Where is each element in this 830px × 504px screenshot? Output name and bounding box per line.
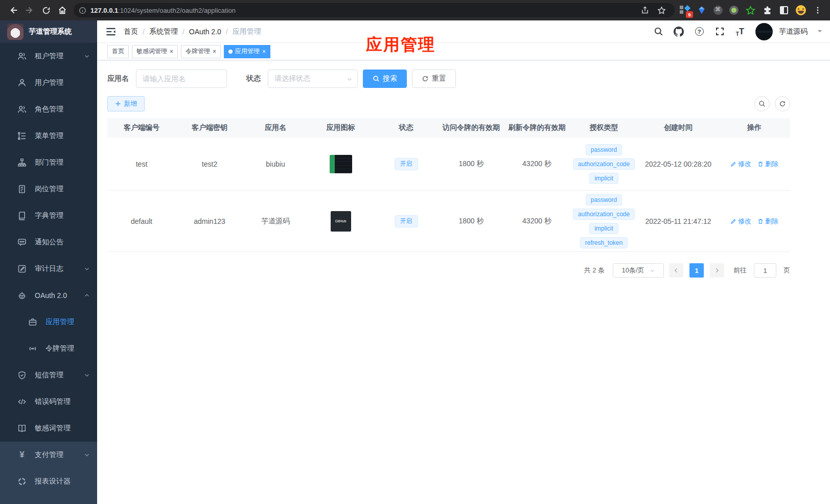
sidebar-item-dict[interactable]: 字典管理 — [0, 202, 97, 229]
sidebar-item-menu[interactable]: 菜单管理 — [0, 123, 97, 149]
sidebar-item-tenant[interactable]: 租户管理 — [0, 43, 97, 70]
sidebar-item-oauth2-token[interactable]: 令牌管理 — [0, 335, 97, 362]
extension-record-icon[interactable] — [729, 6, 739, 15]
username[interactable]: 芋道源码 — [779, 27, 808, 36]
user-avatar[interactable] — [755, 23, 773, 40]
close-icon[interactable]: × — [170, 49, 173, 55]
pagination: 共 2 条 10条/页 1 前往 页 — [107, 263, 790, 278]
refresh-icon — [779, 100, 786, 107]
sidebar-item-label: 字典管理 — [35, 211, 90, 220]
sidebar-section-bottom: ¥ 支付管理 报表设计器 — [0, 442, 97, 504]
book-icon — [17, 211, 27, 220]
search-button[interactable]: 搜索 — [363, 70, 407, 88]
app-icon-image — [330, 155, 352, 173]
close-icon[interactable]: × — [262, 49, 266, 55]
search-icon[interactable] — [653, 27, 663, 37]
browser-chrome: 127.0.0.1:1024/system/oauth2/oauth2/appl… — [0, 0, 830, 20]
help-icon[interactable] — [694, 27, 704, 37]
column-header: 创建时间 — [638, 123, 719, 132]
breadcrumb-home[interactable]: 首页 — [124, 27, 138, 36]
tab-sensitive-word[interactable]: 敏感词管理× — [132, 45, 178, 58]
status-badge[interactable]: 开启 — [395, 158, 418, 170]
browser-reload-button[interactable] — [38, 2, 54, 18]
extension-command-icon[interactable] — [713, 6, 723, 15]
sidebar-item-errorcode[interactable]: 错误码管理 — [0, 388, 97, 415]
app-name-input[interactable] — [136, 70, 227, 88]
status-select[interactable]: 请选择状态 — [268, 70, 358, 88]
chevron-down-icon — [650, 268, 655, 273]
browser-home-button[interactable] — [54, 2, 71, 18]
chevron-up-icon — [84, 292, 90, 299]
extensions-puzzle-icon[interactable] — [762, 5, 772, 15]
sidebar-item-oauth2-application[interactable]: 应用管理 — [0, 309, 97, 335]
edit-link[interactable]: 修改 — [730, 217, 751, 226]
sidebar-item-label: 角色管理 — [35, 105, 90, 114]
split-view-icon[interactable] — [779, 5, 789, 15]
edit-document-icon — [17, 264, 27, 273]
extension-blocks-icon[interactable]: 9 — [680, 5, 690, 15]
address-bar[interactable]: 127.0.0.1:1024/system/oauth2/oauth2/appl… — [74, 3, 675, 17]
org-chart-icon — [17, 158, 27, 167]
goto-page-input[interactable] — [754, 263, 776, 278]
share-icon[interactable] — [637, 2, 653, 18]
sidebar-item-oauth2[interactable]: OAuth 2.0 — [0, 282, 97, 309]
trash-icon — [757, 161, 764, 167]
status-badge[interactable]: 开启 — [395, 215, 418, 227]
browser-back-button[interactable] — [5, 2, 21, 18]
reset-button[interactable]: 重置 — [412, 70, 456, 88]
close-icon[interactable]: × — [213, 49, 216, 55]
sidebar-item-audit-log[interactable]: 审计日志 — [0, 256, 97, 282]
next-page-button[interactable] — [710, 263, 724, 278]
prev-page-button[interactable] — [669, 263, 683, 278]
site-info-icon[interactable] — [79, 7, 86, 14]
chevron-down-icon — [84, 372, 90, 378]
cell-grant-types: password authorization_code implicit — [570, 143, 638, 186]
browser-forward-button[interactable] — [21, 2, 38, 18]
font-size-icon[interactable] — [735, 27, 745, 37]
app-logo-bar[interactable]: 芋道管理系统 — [0, 20, 97, 43]
current-page-button[interactable]: 1 — [689, 263, 704, 278]
sidebar-item-role[interactable]: 角色管理 — [0, 96, 97, 123]
chevron-down-icon — [84, 452, 90, 458]
add-button[interactable]: 新增 — [107, 96, 145, 111]
sidebar-item-sms[interactable]: 短信管理 — [0, 362, 97, 388]
tab-token[interactable]: 令牌管理× — [181, 45, 221, 58]
sidebar-item-post[interactable]: 岗位管理 — [0, 176, 97, 202]
tab-application[interactable]: 应用管理× — [224, 45, 270, 58]
breadcrumb-oauth2[interactable]: OAuth 2.0 — [189, 28, 221, 36]
shield-check-icon — [17, 371, 27, 380]
toggle-search-button[interactable] — [754, 96, 770, 111]
github-icon[interactable] — [674, 27, 684, 37]
breadcrumb-system[interactable]: 系统管理 — [149, 27, 178, 36]
extension-gem-icon[interactable] — [697, 5, 707, 15]
grant-tag: authorization_code — [573, 158, 635, 170]
delete-link[interactable]: 删除 — [757, 217, 778, 226]
sidebar-item-notice[interactable]: 通知公告 — [0, 229, 97, 256]
tab-home[interactable]: 首页 — [107, 45, 129, 58]
browser-menu-icon[interactable] — [813, 5, 823, 15]
page-size-select[interactable]: 10条/页 — [613, 263, 664, 278]
sidebar-item-dept[interactable]: 部门管理 — [0, 149, 97, 176]
open-book-icon — [17, 424, 27, 433]
column-header: 应用图标 — [308, 123, 374, 132]
sidebar-item-sensitive-word[interactable]: 敏感词管理 — [0, 415, 97, 442]
user-menu-caret-icon[interactable] — [818, 30, 822, 34]
sidebar-item-pay[interactable]: ¥ 支付管理 — [0, 442, 97, 468]
cell-client-secret: test2 — [176, 160, 243, 168]
sidebar-item-report-designer[interactable]: 报表设计器 — [0, 468, 97, 495]
sidebar-item-label: 部门管理 — [35, 158, 90, 167]
collapse-sidebar-icon[interactable] — [105, 26, 117, 37]
bookmark-star-icon[interactable] — [653, 2, 670, 18]
user-icon — [17, 78, 27, 87]
cell-created-at: 2022-05-11 21:47:12 — [638, 217, 719, 225]
yen-icon: ¥ — [17, 450, 27, 460]
edit-link[interactable]: 修改 — [730, 159, 751, 169]
badge-icon — [17, 185, 27, 194]
refresh-table-button[interactable] — [775, 96, 790, 111]
sidebar-item-user[interactable]: 用户管理 — [0, 70, 97, 96]
fullscreen-icon[interactable] — [714, 27, 725, 37]
profile-avatar-icon[interactable] — [796, 5, 806, 15]
delete-link[interactable]: 删除 — [757, 159, 778, 169]
menu-tree-icon — [17, 131, 27, 141]
extension-green-star-icon[interactable] — [745, 5, 755, 15]
